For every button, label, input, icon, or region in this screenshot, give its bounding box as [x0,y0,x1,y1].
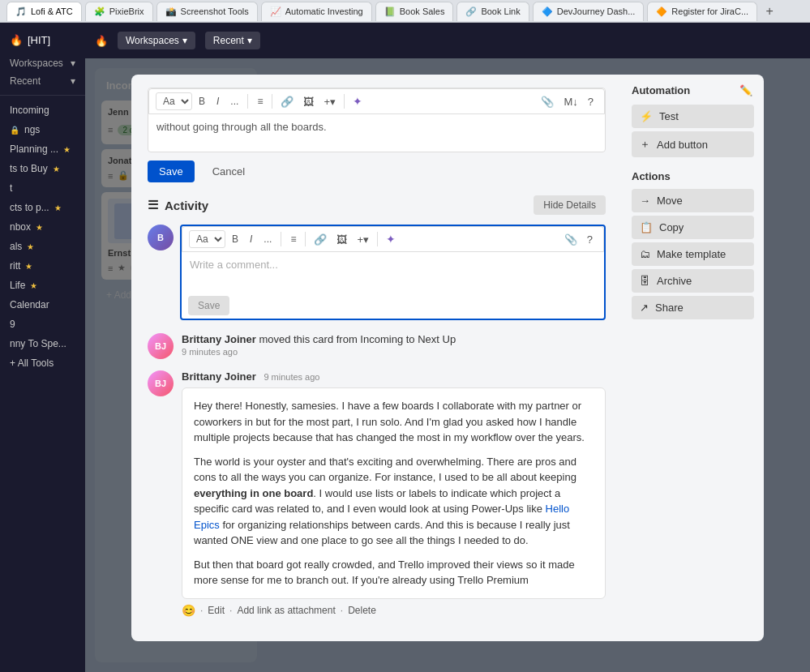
sidebar-item-nny[interactable]: nny To Spe... [0,334,85,353]
comment-help-button[interactable]: ? [583,231,597,248]
workspaces-button[interactable]: Workspaces ▾ [118,32,195,49]
comment-editor: Aa B I ... ≡ 🔗 🖼 [180,225,606,320]
sidebar-item-calendar[interactable]: Calendar [0,295,85,315]
activity-comment-box: Hey there! Honestly, samesies. I have a … [182,387,606,599]
comment-add-link-link[interactable]: Add link as attachment [237,605,335,616]
activity-title-text: Activity [165,199,208,212]
comment-edit-link[interactable]: Edit [208,605,225,616]
comment-editor-toolbar: Aa B I ... ≡ 🔗 🖼 [182,226,604,252]
hide-details-button[interactable]: Hide Details [534,195,606,215]
toolbar-divider-1 [247,94,248,109]
sidebar-item-t[interactable]: t [0,178,85,198]
move-button[interactable]: → Move [632,189,754,212]
test-button[interactable]: ⚡ Test [632,105,754,128]
card-detail-main: Aa B I ... ≡ 🔗 🖼 +▾ [131,75,622,641]
more-button-top[interactable]: ... [225,93,243,109]
sidebar-item-tobuy[interactable]: ts to Buy ★ [0,159,85,178]
lock-icon-ngs: 🔒 [10,126,19,135]
sidebar-item-ngs[interactable]: 🔒 ngs [0,120,85,139]
sparkle-button-top[interactable]: ✦ [349,92,366,110]
sidebar-item-nbox[interactable]: nbox ★ [0,217,85,237]
italic-button-top[interactable]: I [212,93,224,109]
add-button-button[interactable]: ＋ Add button [632,131,754,157]
tab-autoinvest[interactable]: 📈 Automatic Investing [261,2,372,21]
comment-image-button[interactable]: 🖼 [332,231,351,248]
app-logo-icon: 🔥 [10,34,23,46]
workspaces-nav-label: Workspaces [126,35,179,46]
save-button[interactable]: Save [148,161,195,182]
list-button-top[interactable]: ≡ [252,93,268,109]
left-sidebar: 🔥 [HIT] Workspaces ▾ Recent ▾ Incoming 🔒… [0,23,85,672]
comment-list-button[interactable]: ≡ [285,231,301,247]
new-tab-button[interactable]: + [761,2,778,20]
comment-plus-button[interactable]: +▾ [353,231,373,248]
tab-devjourney[interactable]: 🔷 DevJourney Dash... [533,2,645,21]
workspaces-section[interactable]: Workspaces ▾ [0,54,85,72]
comment-text-format-select[interactable]: Aa [189,230,225,248]
recent-chevron: ▾ [71,75,75,87]
link-button-top[interactable]: 🔗 [276,93,298,110]
tab-label-pixiebrix: PixieBrix [109,6,144,16]
text-format-select[interactable]: Aa [156,92,192,110]
markdown-button-top[interactable]: M↓ [559,93,581,110]
activity-header-move: Brittany Joiner moved this card from Inc… [182,333,606,345]
archive-icon: 🗄 [640,275,650,287]
cancel-button[interactable]: Cancel [201,161,256,182]
tab-label-lofi: Lofi & ATC [31,6,73,16]
comment-actions-separator-1: · [200,605,203,616]
sidebar-item-life[interactable]: Life ★ [0,276,85,295]
comment-more-button[interactable]: ... [259,231,276,247]
tab-label-booksales: Book Sales [400,6,445,16]
sidebar-item-9[interactable]: 9 [0,315,85,334]
image-button-top[interactable]: 🖼 [299,93,318,110]
tab-registerjira[interactable]: 🔶 Register for JiraC... [647,2,757,21]
comment-actions: 😊 · Edit · Add link as attachment · Dele… [182,604,606,617]
activity-content-comment: Brittany Joiner 9 minutes ago Hey there!… [182,370,606,617]
comment-link-button[interactable]: 🔗 [310,231,331,248]
plus-button-top[interactable]: +▾ [319,93,340,110]
comment-italic-button[interactable]: I [245,231,257,247]
sidebar-item-incoming[interactable]: Incoming [0,101,85,120]
comment-input-field[interactable]: Write a comment... [182,252,604,293]
recent-section[interactable]: Recent ▾ [0,72,85,90]
sidebar-item-label-nny: nny To Spe... [10,338,66,349]
recent-button[interactable]: Recent ▾ [205,32,260,49]
sidebar-item-cts[interactable]: cts to p... ★ [0,198,85,217]
top-editor-text: without going through all the boards. [156,121,327,133]
automation-section-title: Automation ✏️ [632,83,754,98]
sidebar-item-alltools[interactable]: + All Tools [0,353,85,373]
attach-button-top[interactable]: 📎 [537,93,558,110]
top-editor-content[interactable]: without going through all the boards. [148,114,605,147]
comment-bold-button[interactable]: B [227,231,243,247]
tab-lofi[interactable]: 🎵 Lofi & ATC [6,2,82,21]
comment-sparkle-button[interactable]: ✦ [382,230,400,248]
comment-attach-button[interactable]: 📎 [560,231,581,248]
comment-save-button[interactable]: Save [188,296,229,315]
comment-para-3: But then that board got really crowded, … [194,557,594,589]
share-button[interactable]: ↗ Share [632,296,754,319]
tab-booklink[interactable]: 🔗 Book Link [456,2,529,21]
sidebar-divider-automation [632,161,754,170]
comment-delete-link[interactable]: Delete [348,605,376,616]
top-editor: Aa B I ... ≡ 🔗 🖼 +▾ [148,88,606,152]
board-area: Incoming + Jenn ≡ 2 c J Jonath [85,58,810,672]
copy-button[interactable]: 📋 Copy [632,216,754,239]
archive-button[interactable]: 🗄 Archive [632,269,754,293]
actions-section-title: Actions [632,170,754,182]
sidebar-item-ritt[interactable]: ritt ★ [0,256,85,276]
automation-edit-button[interactable]: ✏️ [738,83,754,98]
tab-pixiebrix[interactable]: 🧩 PixieBrix [85,2,153,21]
hello-epics-link[interactable]: Hello Epics [194,503,569,531]
sidebar-item-planning[interactable]: Planning ... ★ [0,139,85,159]
help-button-top[interactable]: ? [584,93,598,110]
bold-button-top[interactable]: B [194,93,210,109]
comment-emoji-button[interactable]: 😊 [182,604,195,617]
tab-screenshot[interactable]: 📸 Screenshot Tools [156,2,258,21]
sidebar-item-als[interactable]: als ★ [0,237,85,256]
activity-time-comment-inline: 9 minutes ago [264,372,319,382]
tab-booksales[interactable]: 📗 Book Sales [375,2,454,21]
activity-avatar-bj-1: BJ [148,333,174,359]
test-label: Test [659,110,679,122]
make-template-button[interactable]: 🗂 Make template [632,242,754,266]
share-icon: ↗ [640,302,649,314]
